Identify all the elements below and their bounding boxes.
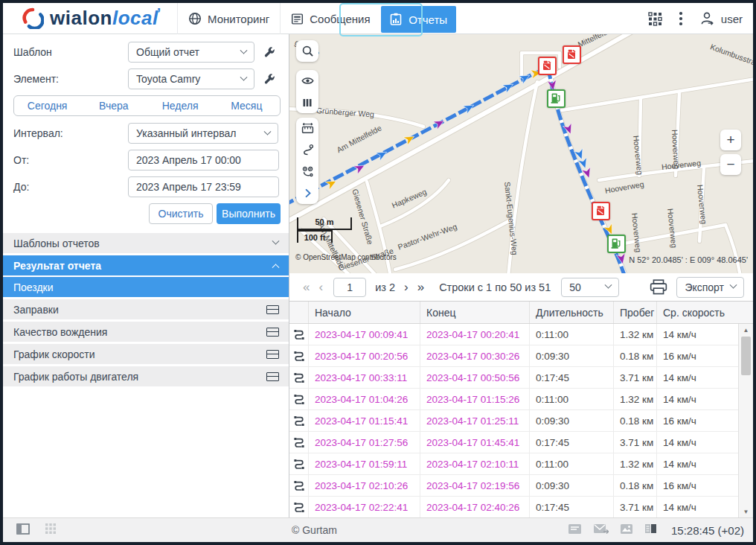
next-page-button[interactable]: › — [400, 280, 413, 295]
column-header[interactable]: Ср. скорость — [657, 302, 738, 323]
template-select[interactable]: Общий отчет — [128, 42, 254, 63]
quick-range-button[interactable]: Вчера — [80, 100, 147, 112]
toggle-left-panel-icon[interactable] — [16, 523, 30, 538]
trip-route-icon — [289, 475, 309, 496]
prev-page-button[interactable]: ‹ — [314, 280, 327, 295]
scroll-up-arrow-icon[interactable]: ▲ — [739, 324, 753, 336]
more-menu-icon[interactable] — [677, 12, 685, 25]
tab-monitoring[interactable]: Мониторинг — [177, 3, 280, 34]
fuel-theft-marker[interactable] — [538, 57, 557, 75]
column-header[interactable]: Пробег — [614, 302, 657, 323]
report-result-item[interactable]: Заправки — [3, 299, 289, 319]
first-page-button[interactable]: « — [298, 280, 314, 295]
table-row[interactable]: 2023-04-17 02:22:412023-04-17 02:40:260:… — [289, 497, 738, 517]
media-icon[interactable] — [620, 523, 633, 538]
table-view-icon[interactable] — [266, 328, 279, 337]
column-header[interactable]: Конец — [420, 302, 530, 323]
interval-select[interactable]: Указанный интервал — [128, 123, 278, 144]
logo-text: wialonlocal’ — [50, 7, 163, 30]
trips-table: Начало Конец Длительность Пробег Ср. ско… — [289, 302, 753, 517]
template-settings-wrench-icon[interactable] — [263, 46, 275, 58]
report-accordion: Шаблоны отчетов Результат отчета Поездки… — [3, 233, 289, 386]
table-view-icon[interactable] — [266, 372, 279, 381]
reading-pane-icon[interactable] — [644, 523, 657, 537]
trip-duration-cell: 0:09:30 — [530, 345, 614, 366]
last-page-button[interactable]: » — [413, 280, 429, 295]
printer-icon — [650, 279, 667, 295]
table-row[interactable]: 2023-04-17 00:09:412023-04-17 00:20:410:… — [289, 324, 738, 345]
clock-label: 15:28:45 (+02) — [671, 524, 744, 537]
section-report-templates[interactable]: Шаблоны отчетов — [3, 233, 289, 253]
zoom-in-button[interactable]: + — [720, 130, 741, 150]
report-result-item[interactable]: График работы двигателя — [3, 366, 289, 386]
to-date-input[interactable] — [128, 176, 279, 197]
trip-end-cell: 2023-04-17 02:19:56 — [420, 475, 530, 496]
globe-icon — [188, 12, 202, 25]
fuel-station-marker[interactable] — [607, 235, 626, 253]
table-scrollbar[interactable]: ▲ ▼ — [738, 324, 753, 517]
search-icon — [296, 40, 318, 62]
map-view[interactable]: gstraßeGrünberger WegAm MittelfeldeGiese… — [289, 34, 753, 273]
column-header[interactable]: Начало — [309, 302, 420, 323]
trip-end-cell: 2023-04-17 00:50:56 — [420, 367, 530, 388]
tab-reports[interactable]: Отчеты — [381, 6, 456, 33]
scroll-down-arrow-icon[interactable]: ▼ — [739, 506, 753, 517]
quick-range-button[interactable]: Сегодня — [14, 100, 80, 112]
section-report-result[interactable]: Результат отчета — [3, 255, 289, 275]
fuel-theft-marker[interactable] — [563, 45, 581, 64]
page-number-input[interactable] — [333, 278, 366, 297]
unit-select[interactable]: Toyota Camry — [128, 68, 254, 89]
fuel-theft-marker[interactable] — [592, 202, 610, 220]
scrollbar-thumb[interactable] — [741, 337, 751, 375]
table-row[interactable]: 2023-04-17 01:15:412023-04-17 01:25:110:… — [289, 410, 738, 432]
trip-duration-cell: 0:11:00 — [530, 324, 614, 345]
trip-end-cell: 2023-04-17 00:30:26 — [420, 345, 530, 366]
execute-button[interactable]: Выполнить — [217, 203, 281, 224]
track-route-icon[interactable] — [296, 139, 318, 161]
bottom-apps-grid-icon[interactable] — [45, 523, 57, 538]
table-view-icon[interactable] — [266, 305, 279, 314]
ruler-icon[interactable] — [296, 118, 318, 139]
report-result-item[interactable]: Поездки — [3, 277, 289, 297]
notices-icon[interactable] — [568, 523, 582, 538]
map-search-button[interactable] — [296, 40, 318, 62]
column-header[interactable]: Длительность — [530, 302, 614, 323]
table-row[interactable]: 2023-04-17 02:10:262023-04-17 02:19:560:… — [289, 475, 738, 497]
from-label: От: — [13, 154, 128, 166]
fuel-station-marker[interactable] — [547, 89, 566, 108]
trip-start-cell: 2023-04-17 00:33:11 — [309, 367, 420, 388]
visibility-eye-icon[interactable] — [296, 70, 318, 92]
user-menu[interactable]: user — [699, 11, 743, 26]
table-row[interactable]: 2023-04-17 01:04:262023-04-17 01:15:260:… — [289, 389, 738, 410]
section-label: Шаблоны отчетов — [13, 238, 100, 249]
table-row[interactable]: 2023-04-17 00:33:112023-04-17 00:50:560:… — [289, 367, 738, 389]
report-result-item[interactable]: График скорости — [3, 344, 289, 364]
zoom-out-button[interactable]: − — [720, 154, 741, 175]
apps-grid-icon[interactable] — [648, 12, 662, 26]
from-date-input[interactable] — [128, 150, 279, 170]
template-label: Шаблон — [13, 46, 128, 58]
chevron-down-icon — [240, 73, 248, 80]
send-message-icon[interactable] — [593, 523, 609, 538]
page-size-select[interactable]: 50 — [561, 278, 619, 297]
map-source-icon[interactable] — [296, 92, 318, 113]
copyright-label: © Gurtam — [292, 524, 337, 536]
unit-settings-wrench-icon[interactable] — [263, 73, 275, 85]
tab-messages[interactable]: Сообщения — [280, 3, 380, 34]
map-layer-controls — [296, 70, 318, 113]
track-points-icon[interactable] — [296, 161, 318, 182]
export-button[interactable]: Экспорт — [676, 277, 744, 298]
interval-label: Интервал: — [13, 127, 128, 139]
expand-panel-chevron-icon[interactable] — [296, 182, 318, 204]
table-view-icon[interactable] — [266, 350, 279, 359]
table-row[interactable]: 2023-04-17 01:27:562023-04-17 01:45:410:… — [289, 432, 738, 453]
report-result-item[interactable]: Качество вождения — [3, 322, 289, 342]
print-button[interactable] — [650, 279, 667, 295]
quick-range-button[interactable]: Месяц — [214, 100, 280, 112]
messages-icon — [291, 13, 304, 25]
table-row[interactable]: 2023-04-17 00:20:562023-04-17 00:30:260:… — [289, 345, 738, 367]
quick-range-button[interactable]: Неделя — [147, 100, 214, 112]
trip-route-icon — [289, 410, 309, 431]
table-row[interactable]: 2023-04-17 01:59:112023-04-17 02:10:110:… — [289, 453, 738, 475]
clear-button[interactable]: Очистить — [149, 203, 213, 224]
